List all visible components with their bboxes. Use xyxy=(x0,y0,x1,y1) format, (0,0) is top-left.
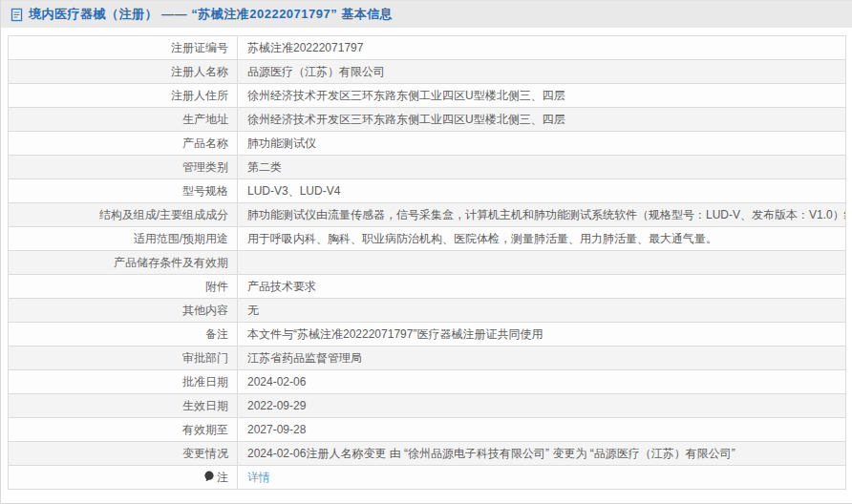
table-row: 有效期至 2027-09-28 xyxy=(9,418,846,442)
row-value-note: 详情 xyxy=(238,466,846,490)
row-label-registrant-address: 注册人住所 xyxy=(9,84,238,108)
table-row: 变更情况 2024-02-06注册人名称变更 由 “徐州品源电子科技有限公司” … xyxy=(9,442,846,466)
table-row: 产品储存条件及有效期 xyxy=(9,251,846,275)
row-label-model-spec: 型号规格 xyxy=(9,179,238,203)
document-icon xyxy=(11,8,23,22)
row-label-storage-validity: 产品储存条件及有效期 xyxy=(9,251,238,275)
row-label-management-category: 管理类别 xyxy=(9,156,238,179)
row-value-effective-date: 2022-09-29 xyxy=(238,394,846,418)
row-label-structure-composition: 结构及组成/主要组成成分 xyxy=(9,203,238,227)
table-row: 备注 本文件与“苏械注准20222071797”医疗器械注册证共同使用 xyxy=(9,323,846,346)
row-value-remarks: 本文件与“苏械注准20222071797”医疗器械注册证共同使用 xyxy=(238,323,846,346)
row-value-model-spec: LUD-V3、LUD-V4 xyxy=(238,179,846,203)
table-row: 批准日期 2024-02-06 xyxy=(9,370,846,394)
row-value-storage-validity xyxy=(238,251,846,275)
row-label-effective-date: 生效日期 xyxy=(9,394,238,418)
row-value-registrant-name: 品源医疗（江苏）有限公司 xyxy=(238,60,846,84)
note-balloon-icon xyxy=(203,471,215,485)
table-row: 生效日期 2022-09-29 xyxy=(9,394,846,418)
row-label-approval-date: 批准日期 xyxy=(9,370,238,394)
table-row: 附件 产品技术要求 xyxy=(9,275,846,299)
row-value-registrant-address: 徐州经济技术开发区三环东路东侧工业四区U型楼北侧三、四层 xyxy=(238,84,846,108)
row-value-intended-use: 用于呼吸内科、胸科、职业病防治机构、医院体检，测量肺活量、用力肺活量、最大通气量… xyxy=(238,227,846,251)
row-value-registration-number: 苏械注准20222071797 xyxy=(238,36,846,60)
note-label-text: 注 xyxy=(217,471,228,484)
table-row: 结构及组成/主要组成成分 肺功能测试仪由流量传感器，信号采集盒，计算机主机和肺功… xyxy=(9,203,846,227)
table-row: 其他内容 无 xyxy=(9,299,846,323)
row-label-expiry-date: 有效期至 xyxy=(9,418,238,442)
row-value-structure-composition: 肺功能测试仪由流量传感器，信号采集盒，计算机主机和肺功能测试系统软件（规格型号：… xyxy=(238,203,846,227)
table-row: 型号规格 LUD-V3、LUD-V4 xyxy=(9,179,846,203)
page-title: 境内医疗器械（注册） —— “苏械注准20222071797” 基本信息 xyxy=(29,6,393,23)
table-row: 生产地址 徐州经济技术开发区三环东路东侧工业四区U型楼北侧三、四层 xyxy=(9,108,846,132)
table-row: 注册证编号 苏械注准20222071797 xyxy=(9,36,846,60)
table-row: 注册人住所 徐州经济技术开发区三环东路东侧工业四区U型楼北侧三、四层 xyxy=(9,84,846,108)
row-label-other-content: 其他内容 xyxy=(9,299,238,323)
row-value-production-address: 徐州经济技术开发区三环东路东侧工业四区U型楼北侧三、四层 xyxy=(238,108,846,132)
row-value-attachment: 产品技术要求 xyxy=(238,275,846,299)
row-value-approval-department: 江苏省药品监督管理局 xyxy=(238,346,846,370)
row-label-product-name: 产品名称 xyxy=(9,132,238,156)
row-label-registrant-name: 注册人名称 xyxy=(9,60,238,84)
row-label-note: 注 xyxy=(9,466,238,490)
row-label-intended-use: 适用范围/预期用途 xyxy=(9,227,238,251)
row-value-approval-date: 2024-02-06 xyxy=(238,370,846,394)
table-row: 产品名称 肺功能测试仪 xyxy=(9,132,846,156)
row-value-expiry-date: 2027-09-28 xyxy=(238,418,846,442)
row-label-remarks: 备注 xyxy=(9,323,238,346)
registration-info-table: 注册证编号 苏械注准20222071797 注册人名称 品源医疗（江苏）有限公司… xyxy=(8,35,846,490)
details-link[interactable]: 详情 xyxy=(247,471,270,484)
row-label-change-history: 变更情况 xyxy=(9,442,238,466)
table-row: 注 详情 xyxy=(9,466,846,490)
table-row: 注册人名称 品源医疗（江苏）有限公司 xyxy=(9,60,846,84)
row-label-approval-department: 审批部门 xyxy=(9,346,238,370)
row-value-management-category: 第二类 xyxy=(238,156,846,179)
row-label-attachment: 附件 xyxy=(9,275,238,299)
table-row: 管理类别 第二类 xyxy=(9,156,846,179)
row-value-change-history: 2024-02-06注册人名称变更 由 “徐州品源电子科技有限公司” 变更为 “… xyxy=(238,442,846,466)
row-value-product-name: 肺功能测试仪 xyxy=(238,132,846,156)
row-label-production-address: 生产地址 xyxy=(9,108,238,132)
row-value-other-content: 无 xyxy=(238,299,846,323)
row-label-registration-number: 注册证编号 xyxy=(9,36,238,60)
table-row: 适用范围/预期用途 用于呼吸内科、胸科、职业病防治机构、医院体检，测量肺活量、用… xyxy=(9,227,846,251)
page: 境内医疗器械（注册） —— “苏械注准20222071797” 基本信息 注册证… xyxy=(0,0,852,504)
header-bar: 境内医疗器械（注册） —— “苏械注准20222071797” 基本信息 xyxy=(1,1,852,28)
table-row: 审批部门 江苏省药品监督管理局 xyxy=(9,346,846,370)
